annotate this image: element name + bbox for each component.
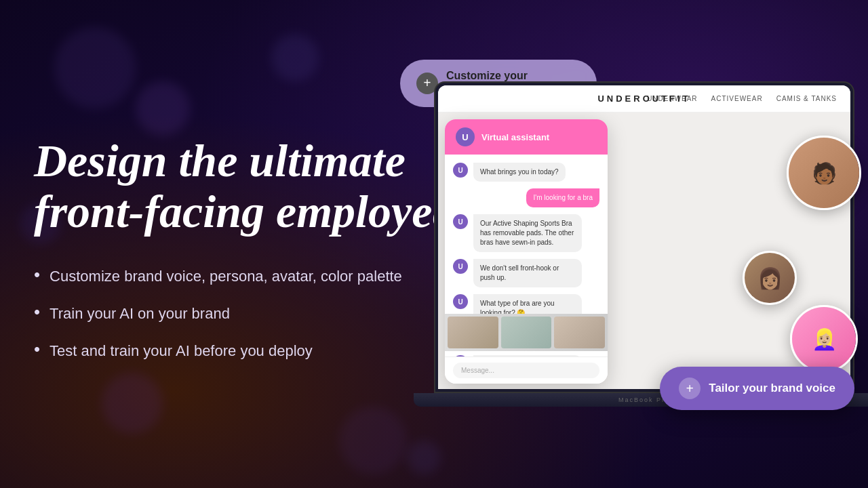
website-header: UNDEROUTFIT UNDERWEAR ACTIVEWEAR CAMIS &…	[438, 85, 850, 113]
tailor-button-label: Tailor your brand voice	[709, 382, 835, 395]
chat-avatar: U	[456, 127, 475, 146]
chat-message-1: U What brings you in today?	[453, 163, 599, 182]
chat-bubble-3: Our Active Shaping Sports Bra has remova…	[473, 214, 582, 252]
product-thumb-2	[501, 317, 552, 348]
chat-input-placeholder[interactable]: Message...	[453, 363, 599, 378]
avatar-circle-2: 👩🏽	[743, 251, 797, 305]
product-strip	[445, 314, 608, 351]
product-thumb-1	[448, 317, 498, 348]
website-body: U Virtual assistant U What brings you in…	[438, 113, 850, 389]
product-thumb-3	[554, 317, 605, 348]
chat-message-3: U Our Active Shaping Sports Bra has remo…	[453, 214, 599, 252]
chat-bubble-1: What brings you in today?	[473, 163, 566, 182]
chat-message-2: I'm looking for a bra	[453, 188, 599, 207]
website-logo: UNDEROUTFIT	[597, 94, 690, 104]
nav-item-activewear[interactable]: ACTIVEWEAR	[711, 95, 763, 102]
chat-message-4: U We don't sell front-hook or push up.	[453, 259, 599, 287]
right-area: UNDEROUTFIT UNDERWEAR ACTIVEWEAR CAMIS &…	[393, 0, 868, 488]
bot-avatar-3: U	[453, 214, 468, 229]
chat-bubble-4: We don't sell front-hook or push up.	[473, 259, 582, 287]
chat-title: Virtual assistant	[481, 132, 549, 142]
tailor-brand-voice-button[interactable]: + Tailor your brand voice	[660, 367, 854, 410]
chat-header: U Virtual assistant	[445, 119, 608, 155]
bot-avatar-1: U	[453, 163, 468, 178]
chat-footer: Message...	[445, 357, 608, 384]
bot-avatar-5: U	[453, 294, 468, 309]
nav-item-camis[interactable]: CAMIS & TANKS	[776, 95, 837, 102]
tailor-plus-icon: +	[679, 378, 701, 399]
chat-widget[interactable]: U Virtual assistant U What brings you in…	[445, 119, 608, 384]
avatar-circle-1: 🧑🏾	[787, 136, 861, 210]
laptop-screen: UNDEROUTFIT UNDERWEAR ACTIVEWEAR CAMIS &…	[438, 85, 850, 389]
bot-avatar-4: U	[453, 259, 468, 274]
avatar-circle-3: 👱🏼‍♀️	[790, 305, 858, 373]
chat-bubble-2: I'm looking for a bra	[526, 188, 599, 207]
